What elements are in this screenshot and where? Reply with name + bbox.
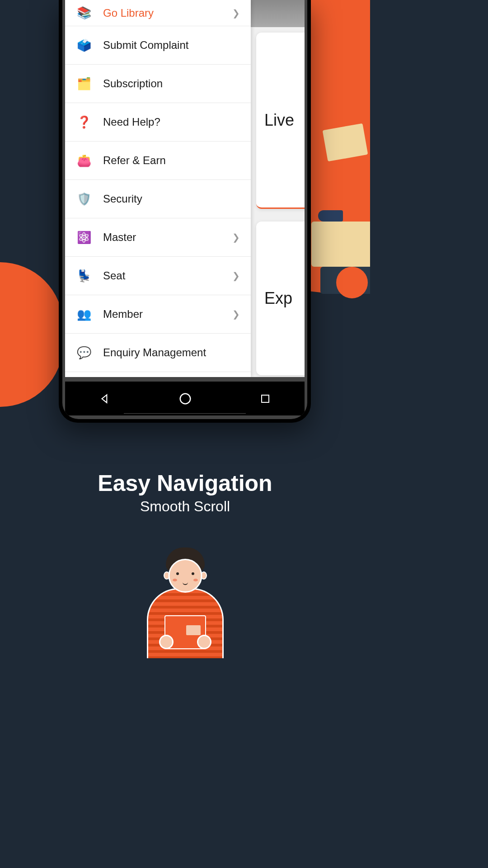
member-icon: 👥 xyxy=(76,306,92,322)
complaint-icon: 🗳️ xyxy=(76,37,92,53)
sidebar-item-label: Go Library xyxy=(103,7,232,19)
sidebar-item-label: Subscription xyxy=(103,77,240,90)
sidebar-item-label: Seat xyxy=(103,269,232,282)
main-content-overlay: Live Exp xyxy=(251,0,305,377)
sidebar-item-label: Enquiry Management xyxy=(103,346,240,359)
sidebar-item-go-library[interactable]: 📚 Go Library ❯ xyxy=(65,0,251,26)
content-card-exp[interactable]: Exp xyxy=(256,222,305,375)
shield-icon: 🛡️ xyxy=(76,191,92,207)
help-icon: ❓ xyxy=(76,114,92,130)
chevron-right-icon: ❯ xyxy=(232,270,240,281)
android-nav-bar xyxy=(65,382,305,415)
sidebar-item-subscription[interactable]: 🗂️ Subscription xyxy=(65,65,251,103)
illustration-reader-top xyxy=(302,90,370,294)
phone-screen: 📚 Go Library ❯ 🗳️ Submit Complaint 🗂️ Su… xyxy=(65,0,305,377)
chevron-right-icon: ❯ xyxy=(232,309,240,320)
sidebar-item-need-help[interactable]: ❓ Need Help? xyxy=(65,103,251,142)
seat-icon: 💺 xyxy=(76,268,92,284)
caption: Easy Navigation Smooth Scroll xyxy=(0,470,370,515)
nav-recent-button[interactable] xyxy=(260,393,271,404)
illustration-character-bottom xyxy=(131,545,239,658)
caption-subtitle: Smooth Scroll xyxy=(0,498,370,515)
wallet-icon: 👛 xyxy=(76,152,92,169)
master-icon: ⚛️ xyxy=(76,229,92,245)
content-card-live[interactable]: Live xyxy=(256,33,305,209)
sidebar-item-label: Security xyxy=(103,193,240,205)
nav-home-button[interactable] xyxy=(178,392,192,406)
navigation-drawer[interactable]: 📚 Go Library ❯ 🗳️ Submit Complaint 🗂️ Su… xyxy=(65,0,251,377)
sidebar-item-refer-earn[interactable]: 👛 Refer & Earn xyxy=(65,142,251,180)
sidebar-item-label: Need Help? xyxy=(103,116,240,128)
sidebar-item-label: Master xyxy=(103,231,232,244)
chevron-right-icon: ❯ xyxy=(232,8,240,19)
nav-back-button[interactable] xyxy=(99,393,111,405)
chevron-right-icon: ❯ xyxy=(232,232,240,243)
sidebar-item-label: Submit Complaint xyxy=(103,39,240,52)
sidebar-item-label: Refer & Earn xyxy=(103,154,240,167)
phone-frame: 📚 Go Library ❯ 🗳️ Submit Complaint 🗂️ Su… xyxy=(59,0,311,423)
svg-point-0 xyxy=(180,393,191,404)
enquiry-icon: 💬 xyxy=(76,344,92,361)
sidebar-item-label: Member xyxy=(103,308,232,321)
header-image xyxy=(251,0,305,27)
subscription-icon: 🗂️ xyxy=(76,75,92,92)
sidebar-item-member[interactable]: 👥 Member ❯ xyxy=(65,295,251,334)
svg-rect-1 xyxy=(262,395,269,402)
card-label: Live xyxy=(264,111,294,130)
caption-title: Easy Navigation xyxy=(0,470,370,496)
books-icon: 📚 xyxy=(76,5,92,21)
sidebar-item-master[interactable]: ⚛️ Master ❯ xyxy=(65,218,251,257)
sidebar-item-seat[interactable]: 💺 Seat ❯ xyxy=(65,257,251,295)
sidebar-item-submit-complaint[interactable]: 🗳️ Submit Complaint xyxy=(65,26,251,65)
sidebar-item-enquiry-management[interactable]: 💬 Enquiry Management xyxy=(65,334,251,372)
card-label: Exp xyxy=(264,289,292,308)
bg-orange-left xyxy=(0,262,63,407)
sidebar-item-security[interactable]: 🛡️ Security xyxy=(65,180,251,218)
